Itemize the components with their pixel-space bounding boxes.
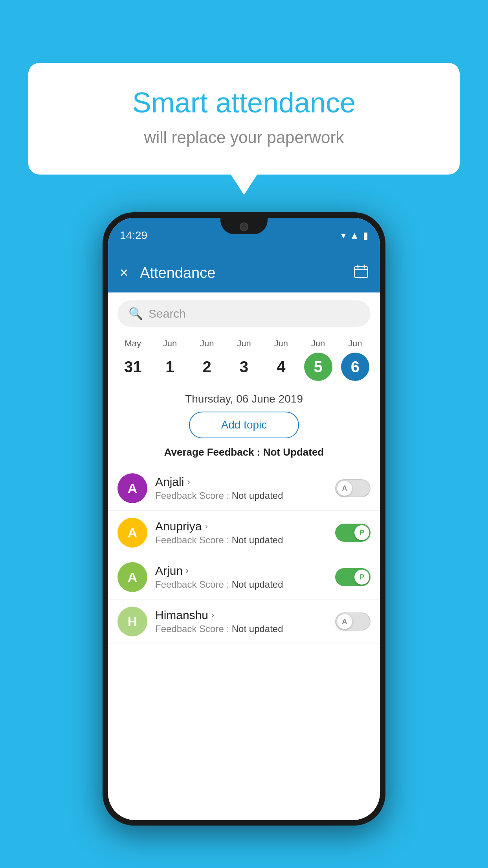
speech-bubble-subtitle: will replace your paperwork <box>52 128 436 147</box>
student-info: Anjali ›Feedback Score : Not updated <box>155 475 327 501</box>
calendar-icon[interactable] <box>354 265 368 281</box>
avg-feedback: Average Feedback : Not Updated <box>108 446 380 458</box>
student-item-3[interactable]: HHimanshu ›Feedback Score : Not updatedA <box>108 600 380 644</box>
cal-date-number: 3 <box>230 353 258 381</box>
student-avatar: H <box>117 607 147 636</box>
student-name: Arjun › <box>155 564 327 577</box>
search-bar[interactable]: 🔍 Search <box>117 300 371 327</box>
cal-month-label: Jun <box>163 338 177 349</box>
calendar-day-3[interactable]: Jun3 <box>227 338 261 381</box>
speech-bubble: Smart attendance will replace your paper… <box>28 63 460 175</box>
attendance-toggle[interactable]: A <box>335 612 371 631</box>
toggle-knob: P <box>354 570 369 585</box>
cal-month-label: Jun <box>200 338 214 349</box>
attendance-toggle[interactable]: P <box>335 568 371 586</box>
student-item-2[interactable]: AArjun ›Feedback Score : Not updatedP <box>108 555 380 600</box>
student-info: Anupriya ›Feedback Score : Not updated <box>155 520 327 546</box>
cal-date-number: 1 <box>156 353 184 381</box>
notch-cutout <box>220 218 268 234</box>
wifi-icon: ▾ <box>341 230 346 241</box>
cal-month-label: Jun <box>348 338 362 349</box>
svg-rect-0 <box>354 267 368 278</box>
calendar-day-0[interactable]: May31 <box>116 338 150 381</box>
student-feedback-score: Feedback Score : Not updated <box>155 579 327 590</box>
student-avatar: A <box>117 518 147 548</box>
attendance-toggle[interactable]: P <box>335 524 371 542</box>
toggle-knob: A <box>337 481 352 496</box>
toggle-knob: A <box>337 614 352 629</box>
chevron-icon: › <box>186 566 189 576</box>
student-feedback-score: Feedback Score : Not updated <box>155 535 327 546</box>
battery-icon: ▮ <box>363 230 368 241</box>
header-title: Attendance <box>140 265 354 281</box>
cal-date-number: 4 <box>267 353 295 381</box>
app-header: × Attendance <box>108 253 380 292</box>
camera-dot <box>240 223 248 231</box>
student-name: Anupriya › <box>155 520 327 533</box>
chevron-icon: › <box>211 610 214 620</box>
close-button[interactable]: × <box>120 265 128 281</box>
date-info: Thursday, 06 June 2019 <box>108 393 380 405</box>
selected-date-text: Thursday, 06 June 2019 <box>185 393 303 405</box>
status-bar: 14:29 ▾ ▲ ▮ <box>108 218 380 253</box>
student-info: Himanshu ›Feedback Score : Not updated <box>155 609 327 634</box>
cal-month-label: Jun <box>237 338 251 349</box>
student-list: AAnjali ›Feedback Score : Not updatedAAA… <box>108 466 380 644</box>
calendar-day-5[interactable]: Jun5 <box>301 338 335 381</box>
calendar-strip: May31Jun1Jun2Jun3Jun4Jun5Jun6 <box>108 335 380 389</box>
calendar-day-4[interactable]: Jun4 <box>264 338 298 381</box>
calendar-day-1[interactable]: Jun1 <box>153 338 187 381</box>
student-name: Anjali › <box>155 475 327 489</box>
status-time: 14:29 <box>120 229 147 242</box>
cal-month-label: Jun <box>311 338 325 349</box>
calendar-day-6[interactable]: Jun6 <box>338 338 372 381</box>
avg-feedback-value: Not Updated <box>263 446 324 458</box>
status-icons: ▾ ▲ ▮ <box>341 230 368 241</box>
student-item-0[interactable]: AAnjali ›Feedback Score : Not updatedA <box>108 466 380 511</box>
phone-frame: 14:29 ▾ ▲ ▮ × Attendance <box>103 212 385 826</box>
cal-date-number: 5 <box>304 353 332 381</box>
chevron-icon: › <box>187 477 190 487</box>
signal-icon: ▲ <box>350 230 359 241</box>
cal-month-label: Jun <box>274 338 288 349</box>
cal-date-number: 2 <box>193 353 221 381</box>
attendance-toggle[interactable]: A <box>335 479 371 497</box>
cal-date-number: 31 <box>119 353 147 381</box>
student-name: Himanshu › <box>155 609 327 622</box>
avg-feedback-label: Average Feedback : <box>164 446 261 458</box>
phone-container: 14:29 ▾ ▲ ▮ × Attendance <box>103 212 385 826</box>
toggle-knob: P <box>354 525 369 540</box>
calendar-day-2[interactable]: Jun2 <box>190 338 224 381</box>
student-avatar: A <box>117 473 147 503</box>
speech-bubble-container: Smart attendance will replace your paper… <box>28 63 460 175</box>
search-placeholder: Search <box>149 307 186 320</box>
add-topic-button[interactable]: Add topic <box>189 412 299 438</box>
cal-date-number: 6 <box>341 353 369 381</box>
student-avatar: A <box>117 562 147 592</box>
student-info: Arjun ›Feedback Score : Not updated <box>155 564 327 590</box>
student-feedback-score: Feedback Score : Not updated <box>155 623 327 634</box>
search-icon: 🔍 <box>128 307 143 320</box>
phone-screen: 14:29 ▾ ▲ ▮ × Attendance <box>108 218 380 820</box>
cal-month-label: May <box>125 338 141 349</box>
speech-bubble-title: Smart attendance <box>52 86 436 119</box>
student-item-1[interactable]: AAnupriya ›Feedback Score : Not updatedP <box>108 511 380 555</box>
student-feedback-score: Feedback Score : Not updated <box>155 490 327 501</box>
chevron-icon: › <box>205 521 207 531</box>
